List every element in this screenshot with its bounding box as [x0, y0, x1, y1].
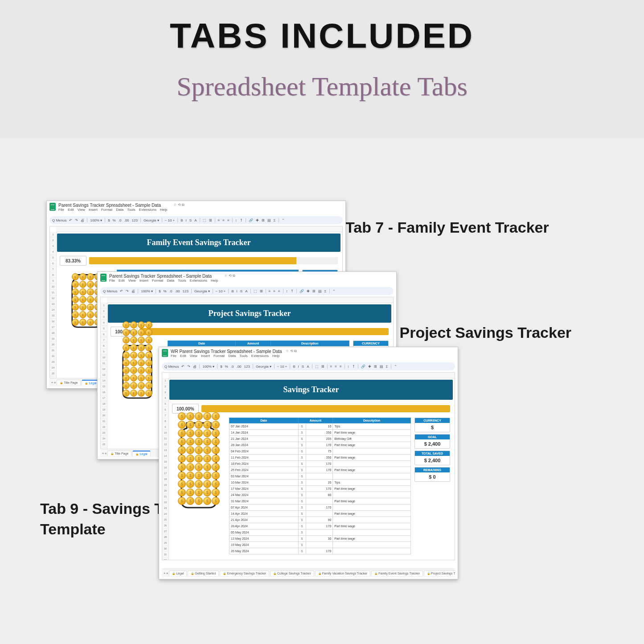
toolbar-btn[interactable]: Q Menus: [103, 289, 117, 293]
toolbar-btn[interactable]: ↷: [126, 289, 129, 293]
toolbar-btn[interactable]: Georgia ▾: [144, 218, 159, 222]
add-sheet-button[interactable]: +: [164, 572, 165, 575]
table-row[interactable]: 28 Apr 2024$170Part time wage: [230, 523, 411, 529]
toolbar-btn[interactable]: S: [189, 218, 192, 222]
menu-insert[interactable]: Insert: [89, 208, 98, 212]
table-row[interactable]: 13 May 2024$30Part time wage: [230, 536, 411, 542]
table-row[interactable]: 07 Apr 2024$170: [230, 505, 411, 511]
toolbar-btn[interactable]: Σ: [274, 218, 276, 222]
toolbar-btn[interactable]: Georgia ▾: [256, 365, 271, 369]
toolbar-btn[interactable]: ▤: [380, 365, 383, 369]
menu-extensions[interactable]: Extensions: [251, 354, 269, 358]
menu-tools[interactable]: Tools: [178, 279, 186, 283]
toolbar-btn[interactable]: I: [186, 218, 187, 222]
toolbar-btn[interactable]: ↕: [286, 289, 288, 293]
toolbar-btn[interactable]: Σ: [386, 365, 388, 369]
toolbar-btn[interactable]: ↶: [69, 218, 72, 222]
toolbar-btn[interactable]: I: [298, 365, 299, 369]
toolbar-btn[interactable]: ⬚: [315, 365, 319, 369]
menu-view[interactable]: View: [78, 208, 85, 212]
toolbar-btn[interactable]: ↕: [235, 218, 237, 222]
toolbar-btn[interactable]: ⤒: [291, 289, 294, 293]
entries-table[interactable]: DateAmountDescription07 Jan 2024$10Tips1…: [229, 418, 411, 554]
toolbar-btn[interactable]: ⬚: [203, 218, 206, 222]
menu-tools[interactable]: Tools: [239, 354, 248, 358]
table-row[interactable]: 21 Apr 2024$90: [230, 517, 411, 523]
toolbar-btn[interactable]: ⊞: [321, 365, 324, 369]
table-row[interactable]: 28 Jan 2024$170Part time wage: [230, 442, 411, 448]
sheet-tab[interactable]: College Savings Tracker: [270, 570, 314, 576]
add-sheet-button[interactable]: +: [51, 381, 53, 384]
menu-data[interactable]: Data: [116, 208, 123, 212]
sheet-tab[interactable]: Family Event Savings Tracker: [371, 570, 423, 576]
toolbar-btn[interactable]: − 10 +: [165, 218, 175, 222]
toolbar-btn[interactable]: ⬚: [254, 289, 257, 293]
menu-tools[interactable]: Tools: [127, 208, 135, 212]
toolbar-btn[interactable]: S: [240, 289, 242, 293]
menu-edit[interactable]: Edit: [180, 354, 186, 358]
sheet-tab[interactable]: Getting Started: [188, 570, 219, 576]
toolbar-btn[interactable]: ≡: [278, 289, 280, 293]
table-row[interactable]: 03 Mar 2024$: [230, 473, 411, 480]
menu-bar[interactable]: FileEditViewInsertFormatDataToolsExtensi…: [171, 354, 283, 358]
table-row[interactable]: 11 Feb 2024$350Part time wage: [230, 455, 411, 461]
toolbar-btn[interactable]: ✚: [307, 289, 310, 293]
menu-view[interactable]: View: [128, 279, 136, 283]
toolbar-btn[interactable]: .00: [175, 289, 180, 293]
sheet-tab[interactable]: Emergency Savings Tracker: [220, 570, 269, 576]
menu-format[interactable]: Format: [152, 279, 163, 283]
all-sheets-button[interactable]: ≡: [54, 381, 56, 384]
menu-insert[interactable]: Insert: [139, 279, 148, 283]
toolbar-btn[interactable]: ✚: [256, 218, 259, 222]
menu-view[interactable]: View: [190, 354, 197, 358]
toolbar-btn[interactable]: Georgia ▾: [194, 289, 210, 293]
doc-title[interactable]: Parent Savings Tracker Spreadsheet - Sam…: [58, 203, 171, 208]
toolbar-btn[interactable]: ⌃: [332, 289, 336, 293]
toolbar-btn[interactable]: ⊞: [312, 289, 316, 293]
table-row[interactable]: 05 May 2024$: [230, 529, 411, 536]
menu-help[interactable]: Help: [211, 279, 218, 283]
toolbar-btn[interactable]: ↕: [348, 365, 349, 369]
toolbar-btn[interactable]: $: [108, 218, 110, 222]
toolbar-btn[interactable]: B: [293, 365, 295, 369]
sheet-tab[interactable]: Title Page: [107, 451, 131, 456]
menu-data[interactable]: Data: [167, 279, 174, 283]
toolbar-btn[interactable]: 🔗: [299, 289, 304, 293]
table-row[interactable]: 17 Mar 2024$170Part time wage: [230, 486, 411, 492]
toolbar-btn[interactable]: ▤: [267, 218, 271, 222]
toolbar-btn[interactable]: ≡: [222, 218, 225, 222]
toolbar-btn[interactable]: I: [237, 289, 238, 293]
toolbar-btn[interactable]: %: [164, 289, 167, 293]
toolbar-btn[interactable]: 🖨: [193, 365, 197, 369]
menu-format[interactable]: Format: [101, 208, 112, 212]
table-row[interactable]: 10 Mar 2024$20Tips: [230, 480, 411, 486]
sheet-tab[interactable]: Project Savings Tracker: [424, 570, 455, 576]
toolbar-btn[interactable]: $: [220, 365, 222, 369]
menu-extensions[interactable]: Extensions: [190, 279, 207, 283]
toolbar-btn[interactable]: ↶: [181, 365, 185, 369]
toolbar-btn[interactable]: Q Menus: [164, 365, 179, 369]
menu-file[interactable]: File: [109, 279, 115, 283]
table-row[interactable]: 26 May 2024$170: [230, 548, 411, 554]
sheet-tab[interactable]: Family Vacation Savings Tracker: [315, 570, 370, 576]
all-sheets-button[interactable]: ≡: [166, 572, 168, 575]
menu-format[interactable]: Format: [213, 354, 225, 358]
sheet-tab[interactable]: Legal: [169, 570, 187, 576]
menu-bar[interactable]: FileEditViewInsertFormatDataToolsExtensi…: [58, 208, 171, 212]
toolbar-btn[interactable]: S: [302, 365, 304, 369]
toolbar-btn[interactable]: ≡: [340, 365, 342, 369]
toolbar-btn[interactable]: 123: [183, 289, 189, 293]
toolbar-btn[interactable]: ≡: [269, 289, 271, 293]
table-row[interactable]: 14 Jan 2024$350Part time wage: [230, 430, 411, 436]
toolbar-btn[interactable]: 🔗: [361, 365, 365, 369]
toolbar-btn[interactable]: ⤒: [352, 365, 355, 369]
toolbar-btn[interactable]: .0: [231, 365, 234, 369]
toolbar-btn[interactable]: 🖨: [131, 289, 135, 293]
toolbar-btn[interactable]: ≡: [273, 289, 275, 293]
menu-help[interactable]: Help: [160, 208, 167, 212]
toolbar-btn[interactable]: ⤒: [240, 218, 243, 222]
toolbar-btn[interactable]: ↶: [120, 289, 123, 293]
doc-title[interactable]: Parent Savings Tracker Spreadsheet - Sam…: [109, 274, 222, 279]
toolbar-btn[interactable]: ⊞: [374, 365, 377, 369]
menu-insert[interactable]: Insert: [201, 354, 210, 358]
